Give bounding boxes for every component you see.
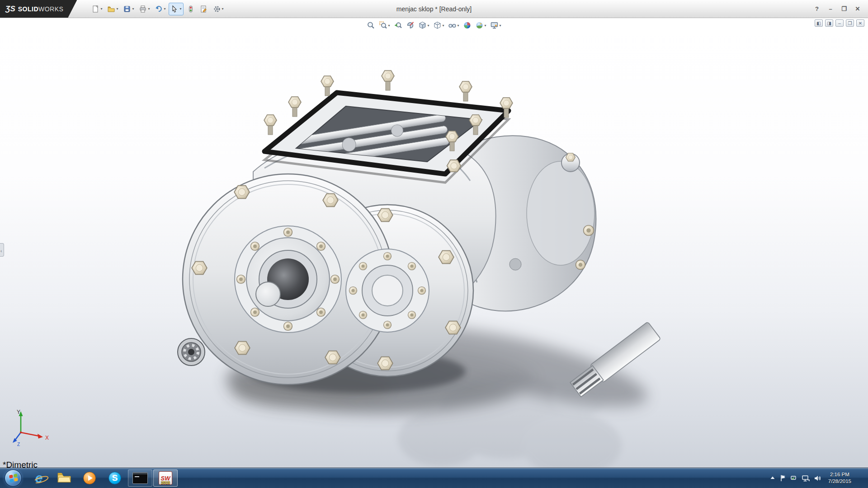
doc-close-button[interactable]: ✕ [856,19,864,27]
previous-view-icon [394,21,402,29]
solidworks-version-badge: 2015 [159,480,172,485]
main-toolbar [90,3,225,15]
media-player-icon [83,472,96,484]
folder-icon [57,471,71,485]
view-settings-button[interactable] [490,20,502,30]
rebuild-button[interactable] [185,3,197,15]
graphics-viewport[interactable]: ◧ ◨ – ❐ ✕ Y X Z *Dimetric [0,18,868,468]
volume-icon[interactable] [814,475,821,482]
hide-show-items-button[interactable] [448,20,460,30]
display-style-button[interactable] [433,20,444,30]
file-properties-icon [200,5,208,13]
taskbar-item-solidworks[interactable]: SW 2015 [153,469,178,487]
previous-view-button[interactable] [393,20,402,30]
apply-scene-button[interactable] [475,20,487,30]
headsup-view-toolbar [363,19,505,31]
view-orientation-button[interactable] [418,20,429,30]
taskbar-item-internet-explorer[interactable]: e [27,469,51,487]
brand-text-works: WORKS [38,5,63,13]
zoom-to-fit-button[interactable] [366,20,375,30]
view-settings-icon [491,21,499,29]
clock-time: 2:16 PM [828,471,851,478]
minimize-button[interactable]: – [825,5,836,14]
section-view-button[interactable] [406,20,415,30]
window-controls: ? – ❐ ✕ [811,5,868,14]
new-document-icon [91,5,99,13]
glasses-icon [448,21,457,29]
pane-right-button[interactable]: ◨ [825,19,833,27]
view-cube-icon [418,21,426,29]
scene-ball-icon [476,21,484,29]
doc-minimize-button[interactable]: – [835,19,844,27]
show-hidden-icons-button[interactable] [769,475,776,481]
doc-restore-button[interactable]: ❐ [846,19,854,27]
brand-text-solid: SOLID [18,5,38,13]
system-tray: 2:16 PM 7/28/2015 [769,468,868,488]
print-button[interactable] [137,3,151,15]
rebuild-traffic-icon [187,5,195,13]
skype-icon: S [108,472,121,484]
gearbox-3d-model[interactable] [0,18,868,468]
maximize-button[interactable]: ❐ [838,5,850,14]
axis-x-label: X [45,435,49,441]
save-button[interactable] [121,3,136,15]
secondary-hub [346,249,429,332]
taskbar-item-windows-explorer[interactable] [52,469,76,487]
desktop: ƷS SOLIDWORKS [0,0,868,488]
axis-z-label: Z [17,442,20,447]
feature-panel-collapse-tab[interactable] [0,243,4,257]
remove-hardware-icon[interactable] [790,475,797,481]
solidworks-brand: ƷS SOLIDWORKS [0,0,77,18]
appearance-ball-icon [463,21,472,29]
gear-icon [213,5,221,13]
close-button[interactable]: ✕ [852,5,863,14]
window-title: menjac sklop * [Read-only] [396,5,472,13]
taskbar-item-skype[interactable]: S [103,469,127,487]
printer-icon [139,5,147,13]
select-cursor-icon [170,5,179,13]
undo-button[interactable] [153,3,167,15]
undo-arrow-icon [155,5,163,13]
rear-bolt [576,260,585,270]
zoom-to-area-button[interactable] [378,20,390,30]
start-button[interactable] [0,468,26,488]
section-view-icon [406,21,414,29]
windows-orb-icon [5,469,22,487]
network-icon[interactable] [802,475,810,482]
solidworks-logo-icon: ƷS [5,5,15,14]
action-center-flag-icon[interactable] [780,474,786,482]
edit-appearance-button[interactable] [463,20,472,30]
internet-explorer-icon: e [35,471,43,485]
zoom-to-fit-icon [367,21,375,29]
taskbar-item-media-player[interactable] [77,469,102,487]
clock-date: 7/28/2015 [828,478,851,485]
titlebar: ƷS SOLIDWORKS [0,0,868,18]
display-style-icon [433,21,441,29]
rear-bolt [566,153,576,161]
input-hub [235,226,341,333]
rear-bolt [584,225,594,236]
document-window-controls: ◧ ◨ – ❐ ✕ [815,19,864,27]
pane-left-button[interactable]: ◧ [815,19,823,27]
save-floppy-icon [123,5,131,13]
new-document-button[interactable] [90,3,104,15]
solidworks-app-icon: SW 2015 [159,471,172,485]
zoom-to-area-icon [379,21,387,29]
taskbar-clock[interactable]: 2:16 PM 7/28/2015 [826,471,854,485]
reference-triad: Y X Z [11,409,54,450]
windows-taskbar: e S SW 2015 2:16 PM [0,468,868,488]
options-button[interactable] [211,3,226,15]
view-orientation-label: *Dimetric [3,460,38,468]
taskbar-item-command-prompt[interactable] [128,469,152,487]
command-prompt-icon [132,472,148,484]
help-button[interactable]: ? [811,5,823,14]
select-button[interactable] [169,3,183,15]
open-folder-icon [107,5,115,13]
open-button[interactable] [105,3,120,15]
file-properties-button[interactable] [198,3,210,15]
